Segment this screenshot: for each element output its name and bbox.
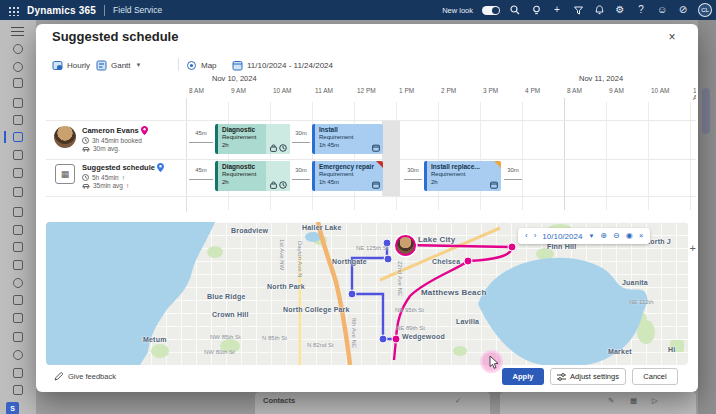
street-label: NE 89th St: [396, 325, 425, 331]
nav-assets-icon[interactable]: [13, 225, 23, 235]
date-range-picker[interactable]: 11/10/2024 - 11/24/2024: [232, 57, 333, 73]
nav-schedule-board-icon[interactable]: [13, 132, 23, 142]
row-separator: [46, 196, 696, 197]
nav-settings-icon[interactable]: [13, 332, 23, 342]
nav-contacts-icon[interactable]: [13, 187, 23, 197]
booking-install[interactable]: Install Requirement 1h 45m: [312, 124, 383, 154]
day-header-2: Nov 11, 2024: [579, 74, 623, 83]
smiley-feedback-icon[interactable]: ☺: [656, 0, 668, 20]
booking-install-replace[interactable]: Install replace... Requirement 2h: [424, 161, 501, 191]
row-separator: [46, 159, 696, 160]
nav-routing-icon[interactable]: [13, 368, 23, 378]
day-header-1: Nov 10, 2024: [212, 74, 257, 83]
hour-tick: 1 PM: [399, 87, 414, 94]
sliders-icon: [557, 373, 566, 381]
street-label: NW 85th St: [210, 334, 241, 340]
plus-icon[interactable]: +: [551, 0, 563, 20]
new-look-label: New look: [442, 6, 473, 15]
app-badge[interactable]: S: [6, 402, 19, 414]
contacts-label: Contacts: [263, 396, 295, 405]
app-launcher-icon[interactable]: [8, 5, 19, 16]
zoom-in-button[interactable]: +: [689, 242, 695, 254]
booking-diagnostic-suggested[interactable]: Diagnostic Requirement 2h: [215, 161, 290, 191]
nav-pinned-icon[interactable]: [13, 78, 23, 88]
prev-day-icon[interactable]: ‹: [525, 228, 528, 244]
bell-icon[interactable]: [593, 0, 605, 20]
pink-pin-icon: [141, 126, 148, 135]
brand-title: Dynamics 365: [27, 5, 96, 16]
clock-icon: [82, 137, 89, 144]
nav-file-icon[interactable]: [13, 313, 23, 323]
map-label: Wedgewood: [402, 333, 445, 340]
booking-diagnostic[interactable]: Diagnostic Requirement 2h: [215, 124, 290, 154]
close-map-icon[interactable]: ×: [639, 228, 644, 244]
hour-tick: 8 AM: [189, 87, 204, 94]
background-toolbar-card: ✎ ▦ ▷: [500, 392, 696, 414]
nav-org-icon[interactable]: [13, 168, 23, 178]
search-icon[interactable]: [509, 0, 521, 20]
next-day-icon[interactable]: ›: [534, 228, 537, 244]
give-feedback-link[interactable]: Give feedback: [54, 372, 116, 381]
hour-tick: 3 PM: [483, 87, 498, 94]
trend-up-bad: ↑: [126, 182, 129, 189]
map-label: North Park: [267, 283, 305, 290]
map-date[interactable]: 10/10/2024: [542, 232, 582, 241]
lock-icon: [270, 181, 277, 189]
hourly-button[interactable]: Hourly: [52, 57, 90, 73]
background-scrollbar-thumb[interactable]: [702, 88, 710, 134]
nav-recent-icon[interactable]: [13, 62, 23, 72]
adjust-settings-button[interactable]: Adjust settings: [550, 368, 626, 385]
hour-tick: 2 PM: [441, 87, 456, 94]
user-avatar[interactable]: CL: [698, 3, 712, 17]
resource-avatar[interactable]: [54, 126, 76, 148]
suggested-schedule-icon: ▦: [55, 164, 75, 184]
dialog-close-icon[interactable]: ×: [662, 27, 682, 47]
nav-mail-icon[interactable]: [13, 260, 23, 270]
globe-icon[interactable]: ⊘: [677, 0, 689, 20]
background-edit-icon: ✎: [608, 396, 614, 405]
nav-resources-icon[interactable]: [13, 115, 23, 125]
hamburger-icon[interactable]: [11, 27, 24, 36]
lightbulb-icon[interactable]: [530, 0, 542, 20]
help-icon[interactable]: ?: [635, 0, 647, 20]
dialog-title: Suggested schedule: [52, 29, 178, 44]
warning-flag: [494, 161, 501, 168]
map-label: North College Park: [283, 306, 350, 313]
map-label: Broadview: [231, 227, 268, 234]
travel-time: 45m: [189, 130, 213, 143]
nav-bookings-icon[interactable]: [13, 242, 23, 252]
nav-home-icon[interactable]: [13, 44, 23, 54]
suggested-schedule-dialog: Suggested schedule × Hourly Gantt ▼ Map …: [36, 24, 698, 392]
map-technician-avatar[interactable]: [395, 235, 416, 256]
nav-calendar-icon[interactable]: [13, 150, 23, 160]
map-label: Lavilla: [456, 318, 479, 325]
nav-edit-icon[interactable]: [13, 295, 23, 305]
left-nav-rail: S: [0, 20, 36, 414]
map-toolbar: ‹ › 10/10/2024 ▼ ⊕ ⊖ ◉ ×: [518, 228, 650, 244]
nav-getstarted-icon[interactable]: [13, 98, 23, 108]
gantt-view-dropdown[interactable]: Gantt ▼: [96, 57, 142, 73]
travel-time: 30m: [292, 130, 310, 143]
booking-emergency-repair[interactable]: Emergency repair Requirement 1h 45m: [312, 161, 383, 191]
map-button[interactable]: Map: [186, 57, 217, 73]
resource-row-2[interactable]: Suggested schedule 5h 45min↑ 35min avg↑: [82, 163, 164, 189]
apply-button[interactable]: Apply: [502, 368, 544, 385]
filter-icon[interactable]: [572, 0, 584, 20]
visibility-icon[interactable]: ◉: [626, 228, 633, 244]
resource-row-1[interactable]: Cameron Evans 3h 45min booked 30m avg.: [82, 126, 148, 152]
nav-briefcase-icon[interactable]: [13, 385, 23, 395]
cancel-button[interactable]: Cancel: [632, 368, 678, 385]
zoom-out-map-icon[interactable]: ⊖: [613, 228, 620, 244]
hour-tick: 8 AM: [567, 87, 582, 94]
nav-invoices-icon[interactable]: [13, 207, 23, 217]
background-calendar-icon: ▦: [630, 396, 637, 405]
gear-icon[interactable]: ⚙: [614, 0, 626, 20]
nav-technician-icon[interactable]: [13, 350, 23, 360]
zoom-in-map-icon[interactable]: ⊕: [600, 228, 607, 244]
nav-person-icon[interactable]: [13, 278, 23, 288]
new-look-toggle[interactable]: [482, 6, 500, 15]
route-map[interactable]: Broadview Haller Lake Lake City Finn Hil…: [46, 222, 688, 365]
date-chevron-icon[interactable]: ▼: [588, 228, 594, 244]
app-name[interactable]: Field Service: [113, 5, 162, 15]
travel-time: 30m: [404, 167, 422, 180]
